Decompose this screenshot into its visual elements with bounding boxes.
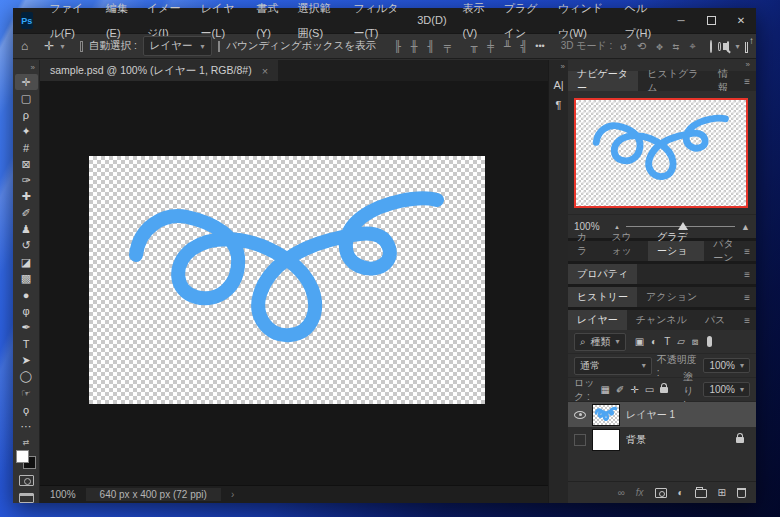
align-center-icon[interactable]: ╫ bbox=[409, 40, 420, 53]
gradient-tool[interactable]: ▩ bbox=[15, 271, 38, 287]
zoom-slider-thumb[interactable] bbox=[678, 222, 688, 230]
navigator-preview[interactable] bbox=[574, 98, 748, 208]
layer-style-icon[interactable]: fx bbox=[636, 487, 644, 498]
adjustment-layer-icon[interactable]: ◐ bbox=[678, 487, 684, 498]
filter-shape-layers-icon[interactable]: ▱ bbox=[677, 336, 685, 347]
filter-toggle-icon[interactable] bbox=[707, 336, 712, 347]
dodge-tool[interactable]: φ bbox=[15, 303, 38, 319]
tab-paths[interactable]: パス bbox=[696, 310, 734, 330]
status-zoom-field[interactable]: 100% bbox=[50, 489, 76, 500]
layer-filter-dropdown[interactable]: ⌕ 種類 ▾ bbox=[574, 333, 626, 351]
close-button[interactable]: ✕ bbox=[726, 8, 756, 33]
chevron-down-icon[interactable]: ▾ bbox=[735, 42, 739, 51]
tab-navigator[interactable]: ナビゲーター bbox=[568, 71, 638, 91]
pen-tool[interactable]: ✒ bbox=[15, 320, 38, 336]
foreground-color-swatch[interactable] bbox=[16, 450, 29, 463]
minimize-button[interactable]: ─ bbox=[666, 8, 696, 33]
color-swatches[interactable] bbox=[16, 450, 36, 469]
link-layers-icon[interactable]: ∞ bbox=[618, 487, 625, 498]
frame-tool[interactable]: ⊠ bbox=[15, 156, 38, 172]
align-middle-icon[interactable]: ╪ bbox=[485, 40, 496, 53]
background-thumbnail[interactable] bbox=[593, 430, 619, 450]
eraser-tool[interactable]: ◪ bbox=[15, 254, 38, 270]
zoom-out-icon[interactable]: ▲ bbox=[614, 224, 620, 230]
3d-orbit-icon[interactable]: ↺ bbox=[618, 40, 629, 53]
more-options-icon[interactable]: ••• bbox=[535, 42, 544, 51]
chevron-down-icon[interactable]: ▾ bbox=[60, 42, 64, 51]
lock-all-icon[interactable] bbox=[660, 387, 668, 393]
object-selection-tool[interactable]: ✦ bbox=[15, 123, 38, 139]
search-icon[interactable] bbox=[718, 42, 720, 51]
visibility-eye-icon[interactable] bbox=[574, 411, 586, 419]
lock-transparency-icon[interactable]: ▦ bbox=[600, 384, 609, 395]
document-tab[interactable]: sample.psd @ 100% (レイヤー 1, RGB/8#) × bbox=[40, 60, 278, 81]
lasso-tool[interactable]: ρ bbox=[15, 107, 38, 123]
tab-histogram[interactable]: ヒストグラム bbox=[638, 71, 709, 91]
zoom-slider[interactable] bbox=[626, 226, 735, 227]
tab-layers[interactable]: レイヤー bbox=[568, 310, 627, 330]
add-layer-mask-icon[interactable] bbox=[655, 488, 667, 498]
new-layer-icon[interactable]: ⊞ bbox=[718, 487, 726, 498]
tab-channels[interactable]: チャンネル bbox=[627, 310, 696, 330]
bounding-box-checkbox[interactable] bbox=[218, 41, 221, 52]
dock-expand-icon[interactable]: » bbox=[561, 62, 565, 71]
panel-menu-icon[interactable]: ≡ bbox=[744, 269, 750, 280]
layer-row-background[interactable]: 背景 bbox=[568, 427, 756, 452]
status-chevron-icon[interactable]: › bbox=[231, 489, 234, 500]
auto-select-dropdown[interactable]: レイヤー ▾ bbox=[143, 36, 212, 56]
menu-3d[interactable]: 3D(D) bbox=[409, 8, 454, 33]
align-bottom-icon[interactable]: ╨ bbox=[502, 40, 513, 53]
zoom-in-icon[interactable]: ▲ bbox=[741, 222, 750, 232]
blur-tool[interactable]: ● bbox=[15, 287, 38, 303]
layer-row-layer1[interactable]: レイヤー 1 bbox=[568, 402, 756, 427]
panel-menu-icon[interactable]: ≡ bbox=[744, 76, 750, 87]
distribute-horizontal-icon[interactable]: ╤ bbox=[442, 40, 453, 53]
filter-type-layers-icon[interactable]: T bbox=[664, 336, 670, 347]
lock-position-icon[interactable]: ✛ bbox=[630, 384, 638, 395]
toolbar-collapse-icon[interactable]: » bbox=[31, 63, 35, 72]
spot-healing-tool[interactable]: ✚ bbox=[15, 189, 38, 205]
visibility-eye-empty[interactable] bbox=[574, 434, 586, 446]
home-icon[interactable]: ⌂ bbox=[21, 40, 28, 52]
auto-select-checkbox[interactable] bbox=[80, 41, 83, 52]
clone-stamp-tool[interactable]: ♟ bbox=[15, 221, 38, 237]
swap-colors-icon[interactable]: ⇄ bbox=[23, 438, 30, 447]
tab-patterns[interactable]: パターン bbox=[704, 241, 744, 261]
align-right-icon[interactable]: ╢ bbox=[425, 40, 436, 53]
distribute-vertical-icon[interactable]: ╣ bbox=[519, 40, 530, 53]
lock-artboard-icon[interactable]: ▭ bbox=[645, 384, 654, 395]
marquee-tool[interactable]: ▢ bbox=[15, 90, 38, 106]
character-panel-icon[interactable]: A| bbox=[553, 79, 563, 91]
eyedropper-tool[interactable]: ✑ bbox=[15, 172, 38, 188]
zoom-tool[interactable]: ϙ bbox=[15, 402, 38, 418]
filter-adjustment-layers-icon[interactable]: ◐ bbox=[651, 336, 657, 347]
quick-mask-icon[interactable] bbox=[19, 475, 34, 485]
tab-history[interactable]: ヒストリー bbox=[568, 287, 637, 307]
lock-pixels-icon[interactable]: ✐ bbox=[616, 384, 624, 395]
tab-actions[interactable]: アクション bbox=[637, 287, 706, 307]
panels-collapse-icon[interactable]: » bbox=[746, 60, 750, 71]
maximize-button[interactable] bbox=[696, 8, 726, 33]
blend-mode-dropdown[interactable]: 通常 ▾ bbox=[574, 357, 652, 375]
3d-camera-icon[interactable]: ⌖ bbox=[687, 40, 697, 53]
account-icon[interactable] bbox=[710, 40, 713, 53]
shape-tool[interactable]: ◯ bbox=[15, 369, 38, 385]
3d-pan-icon[interactable]: ✥ bbox=[654, 40, 665, 53]
tab-swatches[interactable]: スウォッチ bbox=[602, 241, 648, 261]
brush-tool[interactable]: ✐ bbox=[15, 205, 38, 221]
filter-smart-object-icon[interactable]: ⧈ bbox=[692, 336, 698, 348]
fill-field[interactable]: 100% ▾ bbox=[703, 382, 750, 397]
opacity-field[interactable]: 100% ▾ bbox=[703, 358, 750, 373]
panel-menu-icon[interactable]: ≡ bbox=[744, 292, 750, 303]
align-top-icon[interactable]: ╥ bbox=[469, 40, 480, 53]
hand-tool[interactable]: ☞ bbox=[15, 385, 38, 401]
workspace-icon[interactable] bbox=[727, 41, 730, 52]
3d-slide-icon[interactable]: ⇆ bbox=[671, 40, 682, 53]
move-tool-preset-icon[interactable]: ✛ bbox=[44, 40, 54, 52]
new-group-icon[interactable] bbox=[695, 489, 707, 498]
panel-menu-icon[interactable]: ≡ bbox=[744, 315, 750, 326]
path-selection-tool[interactable]: ➤ bbox=[15, 352, 38, 368]
layer-thumbnail[interactable] bbox=[593, 405, 619, 425]
canvas[interactable] bbox=[89, 156, 485, 404]
crop-tool[interactable]: # bbox=[15, 140, 38, 156]
